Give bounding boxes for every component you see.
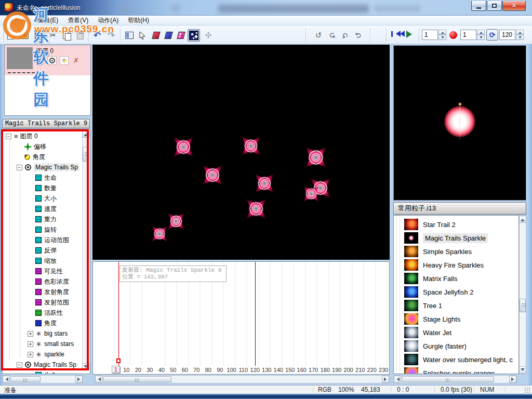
scroll-right-button[interactable] [75, 376, 83, 383]
menu-item-1[interactable]: 编辑(E) [33, 15, 63, 26]
scroll-up-button[interactable] [519, 216, 526, 223]
open-button[interactable] [18, 29, 30, 42]
nudge-down-button[interactable]: ↺ [339, 29, 351, 42]
layer-particle-visibility-icon[interactable]: ✳ [60, 56, 69, 65]
minimize-button[interactable] [471, 1, 486, 11]
tree-item[interactable]: 速度 [3, 204, 83, 214]
scroll-up-button[interactable] [82, 130, 89, 138]
tree-item[interactable]: −Magic Trails Sp [3, 360, 83, 370]
rewind-button[interactable] [391, 31, 405, 37]
timeline-panel[interactable]: 发射器: Magic Trails Sparkle 9 位置 = 162,397… [92, 261, 390, 375]
tree-item[interactable]: 色彩浓度 [3, 276, 83, 287]
scrollbar-thumb[interactable] [10, 376, 41, 382]
emitter-name-header[interactable]: Magic Trails Sparkle 9 [3, 119, 90, 128]
tree-item[interactable]: +✳small stars [3, 339, 83, 349]
close-button[interactable]: ✕ [502, 1, 526, 11]
tree-horizontal-scrollbar[interactable] [2, 375, 83, 383]
tree-item[interactable]: 角度 [3, 152, 83, 162]
library-item[interactable]: Magic Trails Sparkle [404, 231, 518, 245]
layer-row[interactable]: 图层 0 ✗ ✳ ✗ [5, 45, 90, 75]
menu-item-3[interactable]: 动作(A) [93, 15, 123, 26]
library-item[interactable]: Matrix Falls [404, 272, 518, 285]
scrollbar-thumb[interactable] [103, 376, 171, 382]
expand-icon[interactable]: + [28, 341, 33, 347]
menu-item-0[interactable]: 文件(F) [3, 15, 33, 26]
tree-item[interactable]: 旋转 [3, 224, 83, 235]
playhead-handle[interactable] [116, 358, 121, 363]
scroll-right-button[interactable] [509, 376, 516, 383]
new-button[interactable] [4, 29, 17, 42]
record-button[interactable] [449, 31, 457, 39]
collapse-icon[interactable]: − [6, 134, 11, 139]
library-item[interactable]: Gurgle (faster) [404, 339, 518, 353]
expand-icon[interactable]: + [28, 352, 33, 357]
tree-item[interactable]: 发射角度 [3, 287, 83, 297]
library-header[interactable]: 常用粒子.i13 [393, 202, 526, 215]
redo-button[interactable]: ↷ [105, 29, 117, 42]
library-item[interactable]: Water over submerged light, c [404, 353, 518, 366]
start-down-button[interactable] [477, 35, 485, 40]
tree-item[interactable]: +✳big stars [3, 328, 83, 339]
scroll-down-button[interactable] [519, 366, 526, 374]
select-tool-button[interactable] [136, 29, 149, 42]
scroll-right-button[interactable] [382, 376, 389, 383]
tree-vertical-scrollbar[interactable] [82, 130, 89, 370]
tree-item[interactable]: 缩放 [3, 256, 83, 266]
library-item[interactable]: Simple Sparkles [404, 245, 518, 258]
library-item[interactable]: Tree 1 [404, 299, 518, 312]
deflector-tool-button[interactable] [150, 29, 162, 42]
end-up-button[interactable] [516, 30, 524, 35]
stage-button[interactable] [123, 29, 136, 42]
tree-item[interactable]: −Magic Trails Sp [3, 162, 83, 172]
scroll-left-button[interactable] [394, 376, 401, 383]
force-tool-button[interactable] [175, 29, 187, 42]
resize-grip[interactable] [524, 387, 530, 393]
start-frame-input[interactable] [460, 30, 476, 40]
scrollbar-thumb[interactable] [402, 376, 494, 382]
timeline-horizontal-scrollbar[interactable] [95, 375, 390, 383]
tree-item[interactable]: 可见性 [3, 266, 83, 276]
frame-up-button[interactable] [438, 30, 446, 35]
tree-item[interactable]: 偏移 [3, 141, 83, 152]
maximize-button[interactable] [487, 1, 502, 11]
copy-button[interactable] [60, 29, 73, 42]
tree-item[interactable]: +✳sparkle [3, 349, 83, 360]
save-button[interactable] [32, 29, 45, 42]
nudge-right-button[interactable]: ↺ [352, 29, 365, 42]
layer-emitter-visibility-icon[interactable] [48, 56, 57, 65]
expand-icon[interactable]: + [28, 331, 33, 337]
collapse-icon[interactable]: − [17, 362, 22, 368]
start-up-button[interactable] [477, 30, 485, 35]
tree-item[interactable]: 重力 [3, 214, 83, 224]
emitter-tool-button-active[interactable] [188, 29, 200, 42]
nudge-left-button[interactable]: ↺ [312, 29, 325, 42]
menu-item-4[interactable]: 帮助(H) [123, 15, 154, 26]
current-frame-input[interactable] [422, 30, 438, 40]
cut-button[interactable]: ✂ [47, 29, 59, 42]
loop-button[interactable]: ⟳ [486, 29, 498, 41]
play-button[interactable] [406, 31, 416, 38]
move-tool-button[interactable]: ✣ [202, 29, 215, 42]
layer-delete-icon[interactable]: ✗ [36, 56, 45, 65]
menu-item-2[interactable]: 查看(V) [63, 15, 93, 26]
library-item[interactable]: Heavy Fire Sparkles [404, 258, 518, 272]
layer-thumbnail[interactable] [7, 47, 33, 69]
scroll-left-button[interactable] [3, 376, 10, 383]
playhead-line[interactable] [118, 262, 119, 367]
paste-button[interactable] [74, 29, 86, 42]
end-down-button[interactable] [516, 35, 524, 40]
scroll-down-button[interactable] [82, 363, 89, 370]
library-horizontal-scrollbar[interactable] [393, 375, 517, 383]
tree-item[interactable]: 大小 [3, 193, 83, 204]
scroll-left-button[interactable] [95, 376, 102, 383]
tree-item[interactable]: 生命 [3, 370, 83, 374]
scrollbar-thumb[interactable] [520, 299, 526, 312]
library-item[interactable]: Water Jet [404, 326, 518, 339]
timeline-ruler[interactable]: 1102030405060708090100110120130140150160… [93, 366, 390, 375]
tree-item[interactable]: 反弹 [3, 245, 83, 256]
frame-down-button[interactable] [438, 35, 446, 40]
tree-item[interactable]: 角度 [3, 318, 83, 328]
library-item[interactable]: Splashes purple-orange [404, 366, 518, 374]
nudge-up-button[interactable]: ↺ [326, 29, 338, 42]
tree-item[interactable]: 数量 [3, 183, 83, 193]
